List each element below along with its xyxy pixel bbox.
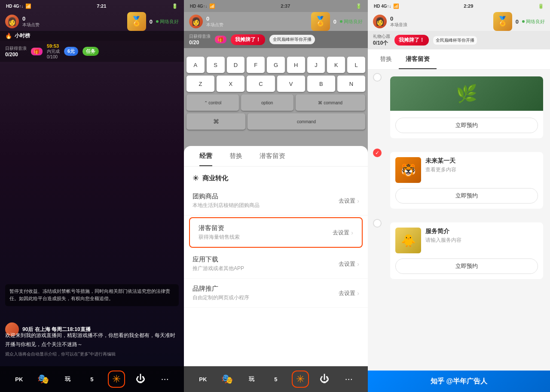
key-N[interactable]: N — [337, 76, 365, 92]
key-S[interactable]: S — [207, 57, 225, 73]
key-V[interactable]: V — [277, 76, 305, 92]
task-item-2: 日获得音浪 0/20 — [189, 33, 211, 46]
num-button-2[interactable]: 5 — [267, 371, 284, 388]
pinwheel-button-2[interactable]: ✳ — [292, 371, 309, 388]
key-Z[interactable]: Z — [186, 76, 214, 92]
key-D[interactable]: D — [227, 57, 245, 73]
card-container-3: 🐥 服务简介 请输入服务内容 立即预约 — [368, 216, 550, 286]
network-dot-1 — [156, 20, 159, 23]
key-command-left[interactable]: ⌘ command — [296, 94, 365, 111]
radio-col-2: ✓ — [370, 149, 385, 157]
key-B[interactable]: B — [307, 76, 335, 92]
menu-item-app-action[interactable]: 去设置 › — [339, 260, 359, 268]
more-button-1[interactable]: ··· — [156, 371, 174, 388]
menu-item-qianke[interactable]: 潜客留资 获得海量销售线索 去设置 › — [189, 217, 363, 248]
menu-item-tuangou-left: 团购商品 本地生活到店核销的团购商品 — [192, 192, 260, 209]
section-title: 商业转化 — [202, 174, 228, 182]
key-control[interactable]: ⌃ control — [186, 94, 239, 111]
gifts-count-3: 0/10个 — [373, 40, 390, 47]
zhihu-banner: 知乎 @半年广告人 — [368, 371, 550, 392]
menu-item-qianke-row: 潜客留资 获得海量销售线索 去设置 › — [199, 224, 353, 241]
menu-tab-jingying[interactable]: 经营 — [191, 146, 221, 166]
network-badge-1: 网络良好 — [156, 18, 179, 25]
battery-2: 🔋 — [356, 3, 362, 9]
likes-label-1: 本场点赞 — [22, 22, 124, 28]
key-cmd-sym[interactable]: ⌘ — [186, 113, 245, 130]
task-item-timer-1: 59:53 内完成 0/100 — [47, 43, 60, 59]
wifi-3: 📶 — [393, 3, 399, 9]
gold-gift-1[interactable]: 🏅 — [127, 12, 146, 31]
menu-tab-tihuan[interactable]: 替换 — [221, 146, 251, 166]
p3-card-2: 🐯 未来某一天 查看更多内容 立即预约 — [390, 152, 543, 209]
pk-button-2[interactable]: PK — [194, 371, 211, 388]
menu-item-brand[interactable]: 品牌推广 自由定制的网页或小程序 去设置 › — [184, 279, 368, 308]
power-button-2[interactable]: ⏻ — [316, 371, 333, 388]
power-button[interactable]: ⏻ — [132, 371, 149, 388]
key-X[interactable]: X — [217, 76, 244, 92]
game-button-2[interactable]: 玩 — [243, 371, 260, 388]
menu-item-app-action-label: 去设置 — [339, 260, 355, 268]
menu-item-tuangou[interactable]: 团购商品 本地生活到店核销的团购商品 去设置 › — [184, 186, 368, 216]
key-A[interactable]: A — [186, 57, 205, 73]
p3-tab-tihuan-label: 替换 — [380, 55, 392, 62]
task-badge-1: 🎁 — [31, 48, 43, 55]
banner-title-3: 我摊牌了！ — [399, 37, 425, 43]
card-2-btn-label: 立即预约 — [455, 192, 478, 199]
key-K[interactable]: K — [327, 57, 345, 73]
key-option[interactable]: option — [241, 94, 293, 111]
card-2-btn[interactable]: 立即预约 — [395, 188, 538, 204]
gold-gift-3[interactable]: 🏅 — [493, 12, 512, 31]
menu-item-qianke-desc: 获得海量销售线索 — [199, 234, 240, 241]
cam-button[interactable]: 🎭 — [35, 371, 52, 388]
key-F[interactable]: F — [247, 57, 265, 73]
game-button[interactable]: 玩 — [59, 371, 76, 388]
p3-card-1: 🌿 立即预约 — [390, 76, 543, 138]
task-timer-1: 59:53 — [47, 43, 60, 49]
menu-item-brand-action[interactable]: 去设置 › — [339, 289, 359, 297]
task-badge-2: 🎁 — [215, 36, 226, 43]
cam-button-2[interactable]: 🎭 — [219, 371, 236, 388]
p3-tab-tihuan[interactable]: 替换 — [373, 49, 399, 69]
chevron-tuangou: › — [357, 198, 359, 204]
p3-tab-qianke[interactable]: 潜客留资 — [399, 49, 437, 69]
card-1-image: 🌿 — [390, 76, 543, 111]
wifi-1: 📶 — [25, 3, 31, 9]
card-3-btn[interactable]: 立即预约 — [395, 258, 538, 274]
coins-label-1: 6元 — [67, 48, 75, 55]
pk-button[interactable]: PK — [10, 371, 28, 388]
menu-item-qianke-action[interactable]: 去设置 › — [333, 229, 353, 237]
num-button[interactable]: 5 — [83, 371, 101, 388]
hour-text-1: 小时榜 — [15, 32, 30, 40]
gold-gift-2[interactable]: 🏅 — [311, 12, 330, 31]
menu-item-app[interactable]: 应用下载 推广游戏或者其他APP 去设置 › — [184, 249, 368, 279]
key-C[interactable]: C — [247, 76, 275, 92]
zero-badge-1: 0 — [150, 18, 153, 25]
task-btn-1[interactable]: 6元 — [64, 47, 78, 56]
network-dot-2 — [340, 20, 342, 23]
key-G[interactable]: G — [267, 57, 285, 73]
radio-circle-1[interactable] — [373, 73, 382, 82]
menu-item-tuangou-action[interactable]: 去设置 › — [339, 197, 359, 205]
menu-item-qianke-action-label: 去设置 — [333, 229, 349, 237]
key-H[interactable]: H — [287, 57, 305, 73]
menu-item-tuangou-desc: 本地生活到店核销的团购商品 — [192, 202, 260, 209]
radio-circle-3[interactable] — [373, 219, 382, 228]
key-L[interactable]: L — [347, 57, 365, 73]
keyboard-area: A S D F G H J K L Z X C V B N ⌃ contro — [184, 52, 368, 134]
task-mission-1[interactable]: 任务 — [82, 47, 99, 56]
radio-check-2: ✓ — [375, 150, 379, 156]
card-container-2: ✓ 🐯 未来某一天 查看更多内容 立即预约 — [368, 145, 550, 216]
pinwheel-button[interactable]: ✳ — [108, 371, 125, 388]
radio-col-1 — [370, 73, 385, 82]
key-J[interactable]: J — [307, 57, 325, 73]
menu-item-brand-desc: 自由定制的网页或小程序 — [192, 294, 249, 301]
status-bar-2: HD 4G↑↓ 📶 2:37 🔋 — [184, 0, 368, 12]
key-command-right[interactable]: command — [248, 113, 365, 130]
task-bar-2: 日获得音浪 0/20 🎁 我摊牌了！ 全民巅峰杯等你开播 — [184, 31, 368, 48]
radio-circle-2[interactable]: ✓ — [373, 149, 382, 157]
menu-tab-qianke[interactable]: 潜客留资 — [251, 146, 294, 166]
card-1-btn[interactable]: 立即预约 — [395, 118, 538, 133]
more-button-2[interactable]: ··· — [340, 371, 358, 388]
carrier-3: HD 4G↑↓ — [374, 4, 391, 9]
key-row-3: ⌃ control option ⌘ command — [186, 94, 365, 111]
